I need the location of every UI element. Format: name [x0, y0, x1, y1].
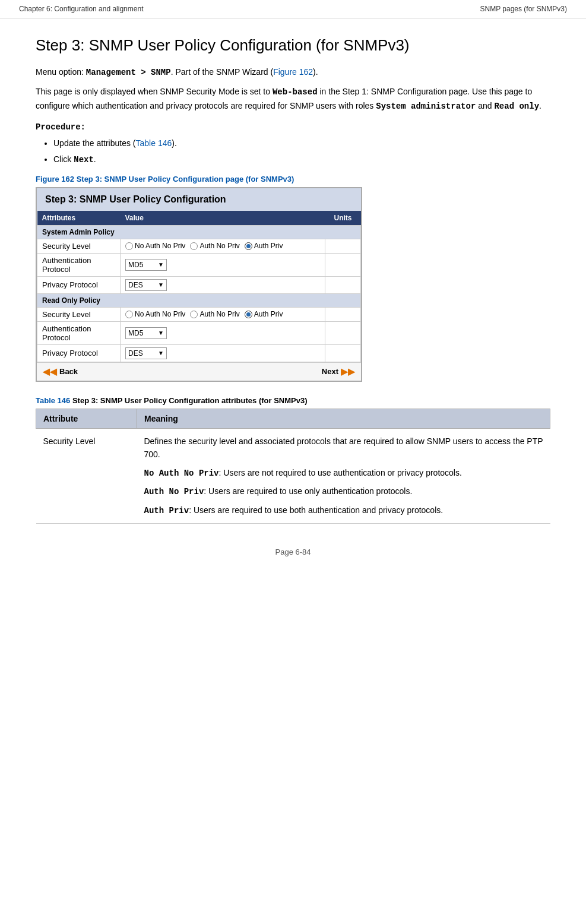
page-title: Step 3: SNMP User Policy Configuration (… — [36, 36, 550, 55]
sysadmin-radio-authnop[interactable]: Auth No Priv — [190, 242, 239, 250]
readonly-radio-authnop[interactable]: Auth No Priv — [190, 310, 239, 318]
col-meaning-header: Meaning — [137, 409, 550, 428]
data-table: Attribute Meaning Security Level Defines… — [36, 409, 550, 524]
figure-caption: Step 3: SNMP User Policy Configuration p… — [74, 175, 294, 183]
system-admin-section: System Admin Policy — [37, 225, 361, 239]
sysadmin-security-row: Security Level No Auth No Priv Auth No P… — [37, 239, 361, 253]
sysadmin-radio-noauth[interactable]: No Auth No Priv — [125, 242, 185, 250]
title-prefix: Step 3: — [36, 36, 89, 54]
sysadmin-security-units — [325, 239, 361, 253]
table-number[interactable]: Table 146 — [36, 396, 70, 405]
sysadmin-privacy-label: Privacy Protocol — [37, 276, 121, 293]
sysadmin-security-value: No Auth No Priv Auth No Priv Auth Priv — [121, 239, 325, 253]
header-left: Chapter 6: Configuration and alignment — [19, 5, 143, 13]
readonly-auth-select[interactable]: MD5 ▼ — [125, 327, 167, 339]
sysadmin-auth-select[interactable]: MD5 ▼ — [125, 259, 167, 271]
sysadmin-auth-units — [325, 253, 361, 276]
system-admin-label: System administrator — [376, 102, 476, 111]
sysadmin-radio-group: No Auth No Priv Auth No Priv Auth Priv — [125, 242, 320, 250]
readonly-radio-noauth-label: No Auth No Priv — [135, 310, 185, 318]
intro-end: ). — [313, 67, 318, 77]
row-meaning: Defines the security level and associate… — [137, 428, 550, 523]
sysadmin-auth-select-val: MD5 — [128, 261, 143, 269]
readonly-privacy-units — [325, 344, 361, 362]
sysadmin-radio-authpriv-label: Auth Priv — [254, 242, 283, 250]
readonly-privacy-select[interactable]: DES ▼ — [125, 347, 167, 359]
readonly-auth-row: Authentication Protocol MD5 ▼ — [37, 321, 361, 344]
readonly-section-label: Read Only Policy — [37, 293, 361, 307]
meaning-line4: Auth Priv: Users are required to use bot… — [144, 504, 543, 517]
next-arrow-icon: ▶▶ — [341, 366, 355, 377]
readonly-auth-select-arrow: ▼ — [158, 330, 164, 336]
readonly-radio-authpriv-label: Auth Priv — [254, 310, 283, 318]
sysadmin-auth-select-arrow: ▼ — [158, 261, 164, 268]
sysadmin-privacy-row: Privacy Protocol DES ▼ — [37, 276, 361, 293]
readonly-section: Read Only Policy — [37, 293, 361, 307]
page-number: Page 6-84 — [275, 548, 311, 556]
col-attribute-header: Attribute — [36, 409, 137, 428]
readonly-auth-value: MD5 ▼ — [121, 321, 325, 344]
table-label: Table 146 Step 3: SNMP User Policy Confi… — [36, 396, 550, 405]
readonly-security-label: Security Level — [37, 307, 121, 321]
readonly-radio-authpriv[interactable]: Auth Priv — [245, 310, 283, 318]
next-label: Next — [322, 367, 338, 376]
next-label: Next — [74, 155, 94, 164]
sysadmin-privacy-select-val: DES — [128, 281, 143, 289]
sysadmin-auth-label: Authentication Protocol — [37, 253, 121, 276]
sysadmin-security-label: Security Level — [37, 239, 121, 253]
noauth-nopriv-term: No Auth No Priv — [144, 469, 219, 478]
back-button[interactable]: ◀◀ Back — [43, 366, 78, 377]
procedure-item-1: Update the attributes (Table 146). — [53, 137, 550, 150]
header-right: SNMP pages (for SNMPv3) — [480, 5, 568, 13]
page-header: Chapter 6: Configuration and alignment S… — [0, 0, 586, 18]
figure-number[interactable]: Figure 162 — [36, 175, 74, 183]
readonly-privacy-row: Privacy Protocol DES ▼ — [37, 344, 361, 362]
system-admin-label: System Admin Policy — [37, 225, 361, 239]
figure-162-link[interactable]: Figure 162 — [273, 67, 313, 77]
readonly-privacy-label: Privacy Protocol — [37, 344, 121, 362]
ui-table: Attributes Value Units System Admin Poli… — [37, 211, 361, 362]
sysadmin-auth-value: MD5 ▼ — [121, 253, 325, 276]
next-button[interactable]: Next ▶▶ — [322, 366, 355, 377]
sysadmin-radio-authnop-circle — [190, 242, 198, 250]
title-main: SNMP User Policy Configuration (for SNMP… — [89, 36, 410, 54]
readonly-radio-noauth[interactable]: No Auth No Priv — [125, 310, 185, 318]
meaning-line3: Auth No Priv: Users are required to use … — [144, 485, 543, 498]
back-label: Back — [59, 367, 78, 376]
page-footer: Page 6-84 — [36, 548, 550, 568]
procedure-label: Procedure: — [36, 122, 550, 132]
sysadmin-privacy-select[interactable]: DES ▼ — [125, 279, 167, 291]
procedure-list: Update the attributes (Table 146). Click… — [53, 137, 550, 166]
intro-mono: Management > SNMP — [86, 68, 171, 77]
readonly-radio-noauth-circle — [125, 311, 133, 318]
readonly-radio-authpriv-circle — [245, 311, 252, 318]
col-value: Value — [121, 211, 325, 226]
readonly-security-units — [325, 307, 361, 321]
data-table-header-row: Attribute Meaning — [36, 409, 550, 428]
meaning-line1: Defines the security level and associate… — [144, 435, 543, 461]
sysadmin-privacy-units — [325, 276, 361, 293]
sysadmin-radio-noauth-label: No Auth No Priv — [135, 242, 185, 250]
readonly-auth-select-val: MD5 — [128, 329, 143, 337]
readonly-radio-authnop-label: Auth No Priv — [199, 310, 239, 318]
readonly-auth-label: Authentication Protocol — [37, 321, 121, 344]
col-units: Units — [325, 211, 361, 226]
sysadmin-radio-authpriv[interactable]: Auth Priv — [245, 242, 283, 250]
readonly-radio-group: No Auth No Priv Auth No Priv Auth Priv — [125, 310, 320, 318]
back-arrow-icon: ◀◀ — [43, 366, 57, 377]
sysadmin-auth-row: Authentication Protocol MD5 ▼ — [37, 253, 361, 276]
readonly-privacy-select-arrow: ▼ — [158, 350, 164, 356]
table-146-link[interactable]: Table 146 — [136, 138, 172, 148]
readonly-radio-authnop-circle — [190, 311, 198, 318]
readonly-security-value: No Auth No Priv Auth No Priv Auth Priv — [121, 307, 325, 321]
meaning-line2: No Auth No Priv: Users are not required … — [144, 466, 543, 480]
sysadmin-privacy-value: DES ▼ — [121, 276, 325, 293]
intro-pre: Menu option: — [36, 67, 86, 77]
sysadmin-radio-authnop-label: Auth No Priv — [199, 242, 239, 250]
page-content: Step 3: SNMP User Policy Configuration (… — [0, 18, 586, 604]
figure-label: Figure 162 Step 3: SNMP User Policy Conf… — [36, 175, 550, 183]
auth-priv-term: Auth Priv — [144, 506, 189, 515]
readonly-auth-units — [325, 321, 361, 344]
sysadmin-radio-authpriv-circle — [245, 242, 252, 250]
intro-post: . Part of the SNMP Wizard ( — [171, 67, 273, 77]
